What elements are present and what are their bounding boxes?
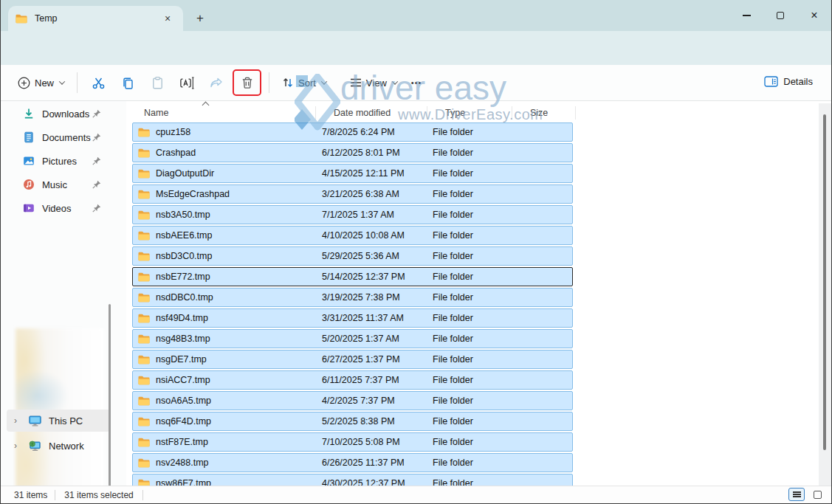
delete-highlight-box (233, 69, 261, 96)
details-view-toggle[interactable] (788, 488, 805, 501)
paste-button[interactable] (142, 69, 172, 96)
view-button[interactable]: View (343, 72, 404, 94)
table-row[interactable]: nsq6F4D.tmp 5/2/2025 8:38 PM File folder (132, 412, 573, 431)
file-type: File folder (433, 251, 518, 261)
folder-icon (138, 231, 150, 241)
file-name: Crashpad (156, 148, 322, 158)
details-pane-button[interactable]: Details (757, 71, 819, 92)
vertical-scrollbar[interactable] (819, 103, 831, 486)
file-name: nstF87E.tmp (156, 437, 322, 447)
table-row[interactable]: cpuz158 7/8/2025 6:24 PM File folder (132, 122, 573, 142)
cut-button[interactable] (83, 69, 113, 96)
file-name: nsq6F4D.tmp (156, 416, 322, 427)
file-explorer-window: Temp × + × ← → ↑ › This PC›Windows (C:)›… (0, 0, 832, 504)
minimize-button[interactable] (729, 0, 763, 31)
tab-close-icon[interactable]: × (159, 10, 176, 27)
share-button[interactable] (202, 69, 231, 96)
network-icon (29, 441, 41, 452)
sidebar-item-this-pc[interactable]: › This PC (7, 410, 110, 432)
pictures-icon (23, 155, 35, 167)
file-name: nsv2488.tmp (156, 458, 322, 468)
details-pane-label: Details (783, 76, 813, 87)
file-date-modified: 4/15/2025 12:11 PM (322, 168, 433, 179)
sort-button[interactable]: Sort (275, 72, 333, 94)
sidebar-item-music[interactable]: Music (7, 173, 107, 196)
table-row[interactable]: nsbE772.tmp 5/14/2025 12:37 PM File fold… (132, 267, 573, 286)
new-tab-button[interactable]: + (191, 10, 209, 27)
file-name: nsdDBC0.tmp (156, 292, 322, 303)
table-row[interactable]: Crashpad 6/12/2025 8:01 PM File folder (132, 143, 573, 162)
table-row[interactable]: DiagOutputDir 4/15/2025 12:11 PM File fo… (132, 164, 573, 183)
close-button[interactable]: × (797, 0, 831, 31)
documents-icon (23, 131, 35, 143)
table-row[interactable]: nsbD3C0.tmp 5/29/2025 5:36 AM File folde… (132, 246, 573, 266)
sidebar-item-pictures[interactable]: Pictures (7, 150, 107, 172)
tab-temp[interactable]: Temp × (8, 6, 183, 31)
toolbar-separator (269, 72, 269, 93)
tab-title: Temp (35, 13, 159, 24)
table-row[interactable]: nsg48B3.tmp 5/20/2025 1:37 AM File folde… (132, 329, 573, 348)
large-icons-view-toggle[interactable] (809, 488, 825, 501)
view-icon (350, 77, 362, 88)
file-type: File folder (433, 478, 518, 486)
table-row[interactable]: nsv2488.tmp 6/26/2025 11:37 PM File fold… (132, 453, 573, 472)
table-row[interactable]: nsdDBC0.tmp 3/19/2025 7:38 PM File folde… (132, 288, 573, 307)
file-type: File folder (433, 272, 518, 282)
chevron-right-icon[interactable]: › (14, 415, 23, 426)
folder-icon (138, 272, 150, 282)
pin-icon (92, 180, 101, 189)
file-name: cpuz158 (156, 127, 322, 137)
file-date-modified: 3/31/2025 11:37 AM (322, 313, 433, 323)
rename-button[interactable] (172, 69, 202, 96)
sidebar-scrollbar[interactable] (109, 304, 111, 504)
file-type: File folder (433, 396, 518, 406)
titlebar: Temp × + × (1, 0, 831, 31)
folder-icon (138, 396, 150, 406)
view-button-label: View (366, 77, 387, 89)
file-type: File folder (433, 210, 518, 220)
more-options-button[interactable]: ••• (404, 78, 430, 87)
table-row[interactable]: nsw86F7.tmp 4/30/2025 12:37 PM File fold… (132, 474, 573, 486)
file-date-modified: 5/29/2025 5:36 AM (322, 251, 433, 261)
folder-icon (138, 252, 150, 261)
table-row[interactable]: MsEdgeCrashpad 3/21/2025 6:38 AM File fo… (132, 184, 573, 204)
file-date-modified: 6/11/2025 7:37 PM (322, 375, 433, 385)
table-row[interactable]: nstF87E.tmp 7/10/2025 5:08 PM File folde… (132, 432, 573, 452)
command-toolbar: New Sort Vie (1, 65, 831, 101)
chevron-right-icon[interactable]: › (14, 441, 23, 451)
maximize-button[interactable] (763, 0, 797, 31)
table-row[interactable]: nsbAEE6.tmp 4/10/2025 10:08 AM File fold… (132, 226, 573, 245)
sidebar-item-downloads[interactable]: Downloads (7, 103, 107, 125)
folder-icon (138, 169, 150, 179)
details-pane-icon (764, 76, 778, 87)
minimize-icon (743, 15, 751, 15)
items-count: 31 items (1, 490, 55, 500)
file-type: File folder (433, 416, 518, 427)
copy-button[interactable] (113, 69, 142, 96)
column-header-type[interactable]: Type (427, 103, 512, 122)
music-icon (23, 179, 35, 190)
delete-button[interactable] (235, 72, 259, 94)
new-button[interactable]: New (11, 72, 71, 94)
cut-icon (92, 76, 106, 90)
table-row[interactable]: nsf49D4.tmp 3/31/2025 11:37 AM File fold… (132, 308, 573, 328)
sidebar-item-documents[interactable]: Documents (7, 126, 107, 148)
folder-icon (16, 14, 27, 24)
file-type: File folder (433, 189, 518, 199)
table-row[interactable]: nsgDE7.tmp 6/27/2025 1:37 PM File folder (132, 350, 573, 369)
pin-icon (92, 133, 101, 142)
scrollbar-thumb[interactable] (823, 114, 826, 450)
pin-icon (92, 109, 101, 118)
column-header-size[interactable]: Size (512, 103, 576, 122)
folder-icon (138, 190, 150, 199)
table-row[interactable]: nsoA6A5.tmp 4/2/2025 7:37 PM File folder (132, 391, 573, 410)
file-date-modified: 5/2/2025 8:38 PM (322, 416, 433, 427)
sidebar-item-videos[interactable]: Videos (7, 197, 107, 219)
chevron-down-icon (59, 78, 65, 84)
file-type: File folder (433, 354, 518, 365)
column-header-date-modified[interactable]: Date modified (316, 103, 427, 122)
table-row[interactable]: nsiACC7.tmp 6/11/2025 7:37 PM File folde… (132, 370, 573, 390)
table-row[interactable]: nsb3A50.tmp 7/1/2025 1:37 AM File folder (132, 205, 573, 224)
sidebar-item-network[interactable]: › Network (7, 435, 110, 457)
column-header-name[interactable]: Name (126, 103, 316, 122)
